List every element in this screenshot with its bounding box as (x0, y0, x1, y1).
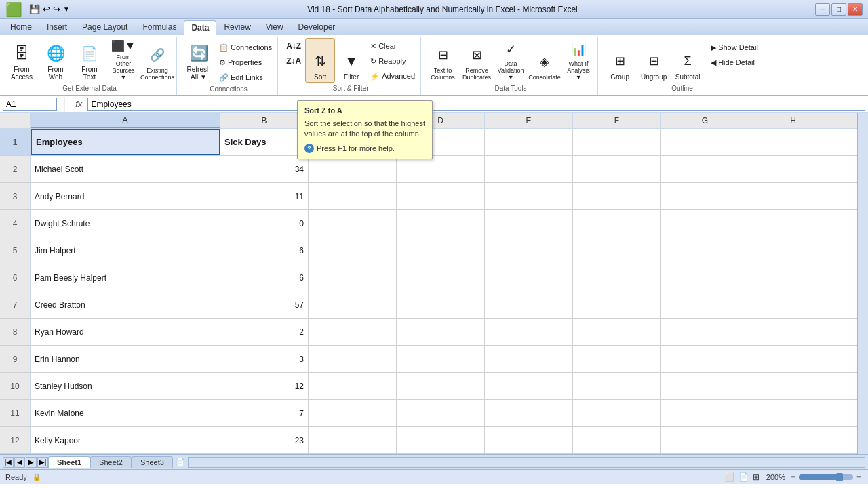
cell-h7[interactable] (749, 291, 837, 318)
cell-g7[interactable] (661, 291, 749, 318)
cell-e12[interactable] (485, 427, 573, 453)
cell-d6[interactable] (397, 264, 485, 291)
cell-g3[interactable] (661, 183, 749, 209)
qat-redo[interactable]: ↪ (53, 4, 60, 14)
cell-g12[interactable] (661, 427, 749, 453)
cell-e11[interactable] (485, 400, 573, 426)
page-layout-icon[interactable]: 📄 (738, 472, 749, 482)
cell-b7[interactable]: 57 (220, 291, 309, 318)
from-web-button[interactable]: 🌐 FromWeb (39, 38, 72, 83)
close-button[interactable]: ✕ (848, 3, 863, 16)
cell-d4[interactable] (397, 210, 485, 237)
cell-g1[interactable] (661, 129, 749, 155)
cell-f1[interactable] (573, 129, 661, 155)
cell-e7[interactable] (485, 291, 573, 318)
col-header-g[interactable]: G (661, 113, 749, 128)
cell-f5[interactable] (573, 237, 661, 264)
cell-d9[interactable] (397, 346, 485, 372)
sheet-tab-1[interactable]: Sheet1 (48, 456, 90, 468)
consolidate-button[interactable]: ◈ Consolidate (528, 38, 561, 83)
cell-c10[interactable] (309, 373, 397, 399)
cell-e8[interactable] (485, 319, 573, 345)
cell-f12[interactable] (573, 427, 661, 453)
cell-a12[interactable]: Kelly Kapoor (31, 427, 220, 453)
sheet-tab-3[interactable]: Sheet3 (132, 456, 173, 468)
remove-duplicates-button[interactable]: ⊠ RemoveDuplicates (460, 38, 493, 83)
subtotal-button[interactable]: Σ Subtotal (671, 38, 704, 83)
cell-g4[interactable] (661, 210, 749, 237)
cell-a7[interactable]: Creed Bratton (31, 291, 220, 318)
cell-c5[interactable] (309, 237, 397, 264)
sheet-first-button[interactable]: |◀ (3, 457, 14, 468)
filter-button[interactable]: ▼ Filter (336, 38, 366, 83)
qat-undo[interactable]: ↩ (43, 4, 50, 14)
cell-f6[interactable] (573, 264, 661, 291)
cell-d3[interactable] (397, 183, 485, 209)
col-header-h[interactable]: H (749, 113, 837, 128)
sort-button[interactable]: ⇅ Sort (305, 38, 335, 83)
what-if-analysis-button[interactable]: 📊 What-IfAnalysis ▼ (562, 38, 595, 83)
advanced-button[interactable]: ⚡Advanced (368, 69, 418, 83)
cell-a11[interactable]: Kevin Malone (31, 400, 220, 426)
col-header-f[interactable]: F (573, 113, 661, 128)
cell-h6[interactable] (749, 264, 837, 291)
zoom-slider[interactable] (799, 474, 853, 480)
cell-f10[interactable] (573, 373, 661, 399)
existing-connections-button[interactable]: 🔗 ExistingConnections (141, 38, 174, 83)
col-header-e[interactable]: E (485, 113, 573, 128)
qat-more[interactable]: ▼ (63, 5, 70, 13)
tab-view[interactable]: View (258, 20, 291, 35)
connections-button[interactable]: 📋Connections (216, 41, 275, 54)
cell-b10[interactable]: 12 (220, 373, 309, 399)
col-header-a[interactable]: A (31, 113, 220, 128)
maximize-button[interactable]: □ (831, 3, 846, 16)
tab-review[interactable]: Review (216, 20, 258, 35)
cell-d7[interactable] (397, 291, 485, 318)
from-access-button[interactable]: 🗄 FromAccess (5, 38, 38, 83)
cell-a4[interactable]: Dwight Schrute (31, 210, 220, 237)
cell-a9[interactable]: Erin Hannon (31, 346, 220, 372)
cell-g2[interactable] (661, 156, 749, 182)
data-validation-button[interactable]: ✓ DataValidation ▼ (494, 38, 527, 83)
cell-b3[interactable]: 11 (220, 183, 309, 209)
from-other-sources-button[interactable]: ⬛▼ From OtherSources ▼ (107, 38, 140, 83)
cell-e10[interactable] (485, 373, 573, 399)
cell-c12[interactable] (309, 427, 397, 453)
cell-h1[interactable] (749, 129, 837, 155)
cell-g5[interactable] (661, 237, 749, 264)
tab-home[interactable]: Home (3, 20, 39, 35)
cell-c2[interactable] (309, 156, 397, 182)
cell-e2[interactable] (485, 156, 573, 182)
refresh-all-button[interactable]: 🔄 RefreshAll ▼ (182, 38, 215, 83)
cell-h9[interactable] (749, 346, 837, 372)
sheet-prev-button[interactable]: ◀ (14, 457, 25, 468)
minimize-button[interactable]: ─ (815, 3, 830, 16)
sheet-tab-2[interactable]: Sheet2 (90, 456, 132, 468)
formula-input[interactable]: Employees (87, 98, 865, 111)
cell-b12[interactable]: 23 (220, 427, 309, 453)
page-break-icon[interactable]: ⊞ (753, 472, 760, 482)
horizontal-scrollbar[interactable] (188, 457, 865, 468)
cell-b5[interactable]: 6 (220, 237, 309, 264)
cell-h10[interactable] (749, 373, 837, 399)
cell-a10[interactable]: Stanley Hudson (31, 373, 220, 399)
text-to-columns-button[interactable]: ⊟ Text toColumns (427, 38, 459, 83)
cell-g8[interactable] (661, 319, 749, 345)
cell-g9[interactable] (661, 346, 749, 372)
cell-f2[interactable] (573, 156, 661, 182)
cell-b8[interactable]: 2 (220, 319, 309, 345)
vertical-scrollbar[interactable] (857, 113, 868, 454)
zoom-slider-thumb[interactable] (836, 473, 843, 481)
zoom-control[interactable]: － ＋ (789, 472, 863, 482)
cell-e1[interactable] (485, 129, 573, 155)
cell-b2[interactable]: 34 (220, 156, 309, 182)
cell-b6[interactable]: 6 (220, 264, 309, 291)
cell-e3[interactable] (485, 183, 573, 209)
cell-a2[interactable]: Michael Scott (31, 156, 220, 182)
zoom-out-icon[interactable]: － (789, 472, 797, 482)
cell-a8[interactable]: Ryan Howard (31, 319, 220, 345)
name-box[interactable]: A1 (3, 98, 57, 111)
tab-page-layout[interactable]: Page Layout (75, 20, 135, 35)
cell-d12[interactable] (397, 427, 485, 453)
cell-d2[interactable] (397, 156, 485, 182)
